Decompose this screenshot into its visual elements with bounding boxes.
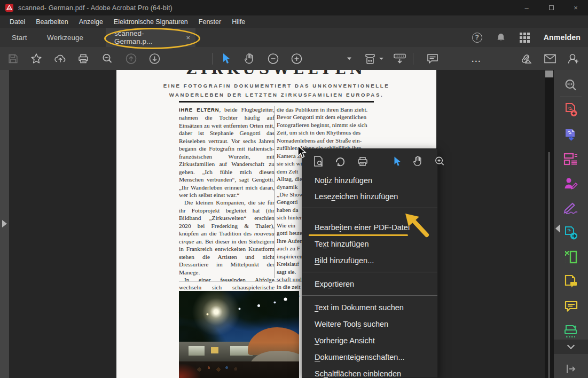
fill-sign-icon[interactable] xyxy=(563,200,579,216)
find-document-icon[interactable] xyxy=(563,77,579,93)
select-tool-icon[interactable] xyxy=(392,155,402,167)
print-icon[interactable] xyxy=(77,53,89,64)
article-headline-clip: ZIRKUSWELTEN xyxy=(116,70,436,76)
acrobat-window: scanned- German.pdf - Adobe Acrobat Pro … xyxy=(0,0,588,378)
scan-fold-line xyxy=(179,281,307,282)
scrollbar-thumb[interactable] xyxy=(545,70,553,77)
zoom-out-icon[interactable] xyxy=(267,52,279,65)
more-tools-icon[interactable]: ... xyxy=(472,54,482,63)
menu-item-notiz-hinzufuegen[interactable]: Notiz hinzufügen xyxy=(302,172,437,188)
page-scrolling-icon[interactable] xyxy=(393,52,407,65)
export-pdf-icon[interactable] xyxy=(563,127,579,143)
help-icon[interactable]: ? xyxy=(472,33,482,43)
menu-anzeige[interactable]: Anzeige xyxy=(74,17,108,27)
menu-item-dokumenteigenschaften[interactable]: Dokumenteigenschaften... xyxy=(302,349,437,365)
menu-elektronische-signaturen[interactable]: Elektronische Signaturen xyxy=(108,17,193,27)
headline-rule xyxy=(179,101,374,103)
request-signatures-icon[interactable] xyxy=(563,176,579,192)
comment-icon[interactable] xyxy=(563,298,579,314)
create-pdf-icon[interactable] xyxy=(563,102,579,118)
hand-tool-icon[interactable] xyxy=(412,155,424,167)
scrollbar-hairline xyxy=(548,152,550,378)
email-icon[interactable] xyxy=(544,53,556,64)
zoom-tools-icon[interactable] xyxy=(101,53,113,65)
star-favorites-icon[interactable] xyxy=(30,53,42,65)
menu-item-bearbeiten-pdf[interactable]: Bearbeiten einer PDF-Datei xyxy=(302,219,437,235)
zoom-in-icon[interactable] xyxy=(434,155,445,167)
menu-item-schaltflaechen-einblenden[interactable]: Schaltflächen einblenden xyxy=(302,366,437,378)
zoom-dropdown-caret-icon[interactable] xyxy=(347,57,351,60)
expand-left-pane-icon[interactable] xyxy=(2,220,7,227)
menu-hilfe[interactable]: Hilfe xyxy=(226,17,250,27)
more-tools-chevron-icon xyxy=(567,342,575,349)
menu-item-vorherige-ansicht[interactable]: Vorherige Ansicht xyxy=(302,333,437,349)
document-canvas: ZIRKUSWELTEN EINE FOTOGRAFIN DOKUMENTIER… xyxy=(0,70,588,378)
menu-item-weitere-tools[interactable]: Weitere Tools suchen xyxy=(302,316,437,332)
previous-page-icon[interactable] xyxy=(125,52,137,65)
select-tool-icon[interactable] xyxy=(221,53,231,65)
menu-separator xyxy=(302,208,437,208)
sign-in-button[interactable]: Anmelden xyxy=(544,33,581,42)
menu-datei[interactable]: Datei xyxy=(4,17,30,27)
tab-close-icon[interactable]: × xyxy=(186,34,190,42)
title-bar: scanned- German.pdf - Adobe Acrobat Pro … xyxy=(0,0,588,15)
snapshot-page-icon[interactable] xyxy=(313,155,324,167)
apps-grid-icon[interactable] xyxy=(520,33,530,43)
tools-sidebar xyxy=(554,70,588,378)
left-panel-strip xyxy=(0,70,9,378)
article-para2: Die kleinen Kompanien, die sie für ihr F… xyxy=(179,199,275,276)
context-menu: Notiz hinzufügen Lesezeichen hinzufügen … xyxy=(302,148,438,378)
photo-trailer-window xyxy=(189,346,205,356)
send-for-signature-icon[interactable] xyxy=(563,225,579,241)
menu-item-exportieren[interactable]: Exportieren xyxy=(302,276,437,292)
context-menu-icon-row xyxy=(302,152,437,170)
rotate-view-icon[interactable] xyxy=(334,155,346,167)
article-column-left: IHRE ELTERN, beide Flugbegleiter, nahmen… xyxy=(179,106,275,322)
main-toolbar: 1 / 1 150% ... xyxy=(0,47,588,70)
menu-bearbeiten[interactable]: Bearbeiten xyxy=(30,17,73,27)
tab-bar: Start Werkzeuge scanned- German.p... × ?… xyxy=(0,28,588,47)
vertical-scrollbar[interactable] xyxy=(545,70,554,378)
next-page-icon[interactable] xyxy=(148,52,161,65)
photo-trailer-window xyxy=(211,347,218,353)
menu-separator xyxy=(302,295,437,296)
menu-item-text-hinzufuegen[interactable]: Text hinzufügen xyxy=(302,236,437,252)
tab-document[interactable]: scanned- German.p... × xyxy=(106,28,195,47)
maximize-button[interactable] xyxy=(539,0,563,15)
zoom-in-icon[interactable] xyxy=(291,52,303,65)
notifications-bell-icon[interactable] xyxy=(496,33,506,43)
organize-pages-icon[interactable] xyxy=(563,151,579,167)
menu-item-lesezeichen-hinzufuegen[interactable]: Lesezeichen hinzufügen xyxy=(302,188,437,204)
tab-werkzeuge[interactable]: Werkzeuge xyxy=(42,28,89,47)
close-button[interactable]: × xyxy=(563,0,588,15)
crop-pages-icon[interactable] xyxy=(563,249,579,265)
article-lead: IHRE ELTERN xyxy=(179,107,219,113)
more-tools-row[interactable] xyxy=(554,340,588,354)
menu-item-bild-hinzufuegen[interactable]: Bild hinzufügen... xyxy=(302,253,437,269)
collapse-right-pane-icon[interactable] xyxy=(555,224,560,233)
toolbar-separator xyxy=(212,53,213,65)
article-para1: , beide Flugbegleiter, nahmen die Tochte… xyxy=(179,106,275,198)
tab-document-label: scanned- German.p... xyxy=(114,29,182,45)
edit-pdf-comment-icon[interactable] xyxy=(563,274,579,290)
maximize-icon xyxy=(549,5,554,10)
comment-icon[interactable] xyxy=(426,53,439,65)
collapse-pane-icon[interactable] xyxy=(563,361,579,377)
hand-tool-icon[interactable] xyxy=(244,52,255,65)
menu-bar: Datei Bearbeiten Anzeige Elektronische S… xyxy=(0,15,588,28)
fit-width-icon[interactable] xyxy=(364,52,378,65)
photo-bicycles xyxy=(190,365,254,374)
menu-fenster[interactable]: Fenster xyxy=(193,17,226,27)
share-link-icon[interactable] xyxy=(519,52,533,65)
scan-ocr-icon[interactable] xyxy=(563,323,579,339)
cloud-upload-icon[interactable] xyxy=(54,53,67,64)
minimize-button[interactable]: – xyxy=(514,0,539,15)
save-icon[interactable] xyxy=(7,53,19,64)
tab-start[interactable]: Start xyxy=(6,28,33,47)
article-photo xyxy=(179,291,299,378)
fit-dropdown-caret-icon[interactable] xyxy=(379,58,383,60)
print-icon[interactable] xyxy=(357,155,369,167)
add-user-icon[interactable] xyxy=(567,52,580,65)
menu-item-text-suchen[interactable]: Text im Dokument suchen xyxy=(302,300,437,316)
window-title: scanned- German.pdf - Adobe Acrobat Pro … xyxy=(18,4,173,12)
